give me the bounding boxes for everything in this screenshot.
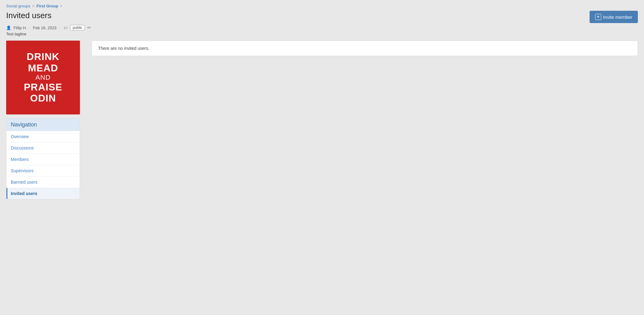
plus-icon: + (595, 14, 601, 20)
left-column: DRINK MEAD AND PRAISE ODIN Navigation Ov… (6, 41, 86, 199)
meta-row: 👤 Fillip H. · Feb 16, 2023 · 🏷 public ✏ (6, 25, 638, 30)
nav-item-supervisors[interactable]: Supervisors (6, 165, 80, 177)
nav-item-invited-users[interactable]: Invited users (6, 188, 80, 199)
meta-dot-2: · (59, 26, 60, 30)
nav-item-overview[interactable]: Overview (6, 131, 80, 142)
empty-invited-users-message: There are no invited users. (92, 41, 638, 56)
edit-icon[interactable]: ✏ (87, 25, 91, 30)
user-icon: 👤 (6, 26, 11, 30)
navigation-box: Navigation Overview Discussions Members … (6, 118, 80, 199)
group-image: DRINK MEAD AND PRAISE ODIN (6, 41, 80, 114)
author-name: Fillip H. (14, 26, 27, 30)
page-header: Invited users + Invite member (6, 11, 638, 23)
page-title: Invited users (6, 11, 51, 20)
right-column: There are no invited users. (92, 41, 638, 56)
nav-item-banned-users[interactable]: Banned users (6, 177, 80, 188)
visibility-badge: public (70, 25, 85, 30)
invite-button-label: Invite member (603, 14, 632, 20)
main-layout: DRINK MEAD AND PRAISE ODIN Navigation Ov… (6, 41, 638, 199)
nav-item-discussions[interactable]: Discussions (6, 142, 80, 154)
breadcrumb-social-groups[interactable]: Social groups (6, 4, 30, 8)
invite-member-button[interactable]: + Invite member (590, 11, 638, 23)
nav-item-members[interactable]: Members (6, 154, 80, 165)
post-date: Feb 16, 2023 (33, 26, 57, 30)
breadcrumb-sep-1: > (32, 4, 35, 8)
breadcrumb-sep-2: > (60, 4, 62, 8)
meta-dot: · (29, 26, 30, 30)
breadcrumb: Social groups > First Group > (6, 4, 638, 8)
tagline: Test tagline (6, 32, 638, 36)
tag-icon: 🏷 (64, 26, 68, 30)
navigation-header: Navigation (6, 118, 80, 131)
breadcrumb-first-group[interactable]: First Group (36, 4, 58, 8)
group-image-text: DRINK MEAD AND PRAISE ODIN (21, 48, 65, 107)
